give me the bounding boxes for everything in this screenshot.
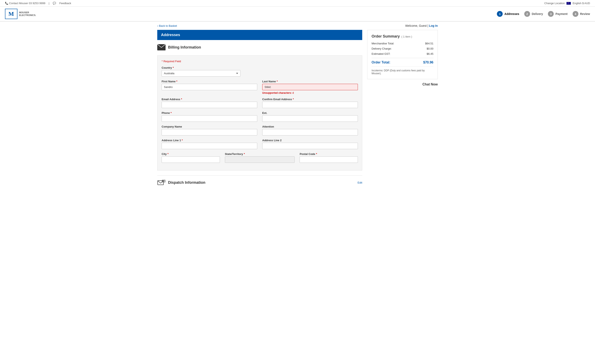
merchandise-label: Merchandise Total: [372,42,394,45]
order-summary-box: Order Summary ( 1 item ) Merchandise Tot… [367,30,438,79]
logo-sub: ELECTRONICS. [19,14,36,17]
last-name-group: Last Name * Unsupported characters: ć [262,80,358,94]
country-select[interactable]: Australia New Zealand United States Unit… [162,70,241,77]
step-2-circle: 2 [524,11,530,17]
address2-input[interactable] [262,143,358,149]
login-link[interactable]: Log In [429,24,438,27]
envelope-icon [157,44,166,50]
step-1-label: Addresses [504,12,519,15]
address1-input[interactable] [162,143,257,149]
company-row: Company Name Attention [162,125,358,135]
dispatch-edit-link[interactable]: Edit [358,181,362,184]
required-note: * Required Field [162,60,358,63]
logo-area: M MOUSER ELECTRONICS. [5,9,36,19]
step-4-circle: 4 [573,11,578,17]
dispatch-title-text: Dispatch Information [168,181,205,185]
step-review[interactable]: 4 Review [573,11,590,17]
dispatch-section: Dispatch Information Edit [157,175,362,189]
change-location-link[interactable]: Change Location [544,2,565,5]
phone-row: Phone * Ext. [162,111,358,122]
attention-label: Attention [262,125,358,128]
attention-input[interactable] [262,129,358,135]
attention-group: Attention [262,125,358,135]
state-group: State/Territory * [225,153,295,163]
step-4-label: Review [580,12,590,15]
required-text: Required Field [163,60,181,63]
email-row: Email Address * Confirm Email Address * [162,98,358,108]
logo-brand: MOUSER [19,11,36,14]
page-title: Addresses [161,33,180,37]
step-addresses[interactable]: 1 Addresses [497,11,519,17]
email-label: Email Address * [162,98,257,101]
ext-input[interactable] [262,115,358,122]
welcome-area: Welcome, Guest | Log In [405,24,438,27]
dispatch-title: Dispatch Information [157,179,205,186]
ext-group: Ext. [262,111,358,122]
ext-label: Ext. [262,111,358,114]
country-row: Country * Australia New Zealand United S… [162,66,358,77]
order-summary-label: Order Summary [372,34,400,39]
postal-input[interactable] [300,156,358,163]
city-label: City * [162,153,220,155]
order-total-label: Order Total: [372,61,390,64]
gst-label: Estimated GST: [372,52,390,55]
feedback-link[interactable]: Feedback [59,2,71,5]
required-star: * [162,60,163,63]
delivery-label: Delivery Charge: [372,47,392,50]
first-name-label: First Name * [162,80,257,83]
gst-value: $6.45 [426,52,433,55]
back-label: Back to Basket [159,24,177,27]
logo-letter: M [8,11,14,17]
last-name-input[interactable] [262,84,358,90]
gst-row: Estimated GST: $6.45 [372,52,433,55]
top-bar: 📞 Contact Mouser 03 9253 9999 | 💬 Feedba… [0,0,595,7]
billing-title: Billing Information [168,45,201,49]
delivery-row: Delivery Charge: $0.00 [372,47,433,50]
merchandise-row: Merchandise Total: $64.51 [372,42,433,45]
feedback-icon: 💬 [53,2,56,5]
phone-label: Phone * [162,111,257,114]
phone-info: 📞 Contact Mouser 03 9253 9999 [5,2,45,5]
city-input[interactable] [162,156,220,163]
address2-group: Address Line 2 [262,139,358,149]
country-group: Country * Australia New Zealand United S… [162,66,241,77]
chevron-left-icon: ‹ [157,24,158,27]
city-state-row: City * State/Territory * [162,153,358,163]
postal-label: Postal Code * [300,153,358,155]
step-2-label: Delivery [532,12,543,15]
state-select[interactable] [225,156,295,163]
address-row: Address Line 1 * Address Line 2 [162,139,358,149]
last-name-error: Unsupported characters: ć [262,91,358,94]
confirm-email-label: Confirm Email Address * [262,98,358,101]
company-group: Company Name [162,125,257,135]
company-input[interactable] [162,129,257,135]
order-total-row: Order Total: $70.96 [372,58,433,64]
billing-form-container: * Required Field Country * Australia New… [157,55,362,170]
divider: | [49,2,49,5]
incoterms-text: Incoterms: DDP (Duty and customs fees pa… [372,66,433,75]
name-row: First Name * Last Name * Unsupported cha… [162,80,358,94]
confirm-email-input[interactable] [262,102,358,108]
step-3-label: Payment [555,12,567,15]
first-name-input[interactable] [162,84,257,90]
phone-input[interactable] [162,115,257,122]
step-payment[interactable]: 3 Payment [548,11,567,17]
welcome-text: Welcome, Guest [405,24,426,27]
email-input[interactable] [162,102,257,108]
city-group: City * [162,153,220,163]
address2-label: Address Line 2 [262,139,358,142]
order-summary-item-count: ( 1 item ) [401,35,412,38]
logo-text: MOUSER ELECTRONICS. [19,11,36,17]
order-total-value: $70.96 [423,61,433,64]
merchandise-value: $64.51 [425,42,433,45]
step-1-circle: 1 [497,11,503,17]
step-3-circle: 3 [548,11,554,17]
main-header: M MOUSER ELECTRONICS. 1 Addresses 2 Deli… [0,7,595,21]
delivery-value: $0.00 [426,47,433,50]
first-name-group: First Name * [162,80,257,94]
back-to-basket-link[interactable]: ‹ Back to Basket [157,24,177,27]
logo-box: M [5,9,17,19]
chat-now-link[interactable]: Chat Now [367,83,438,86]
steps-nav: 1 Addresses 2 Delivery 3 Payment 4 Revie… [497,11,590,17]
step-delivery[interactable]: 2 Delivery [524,11,543,17]
